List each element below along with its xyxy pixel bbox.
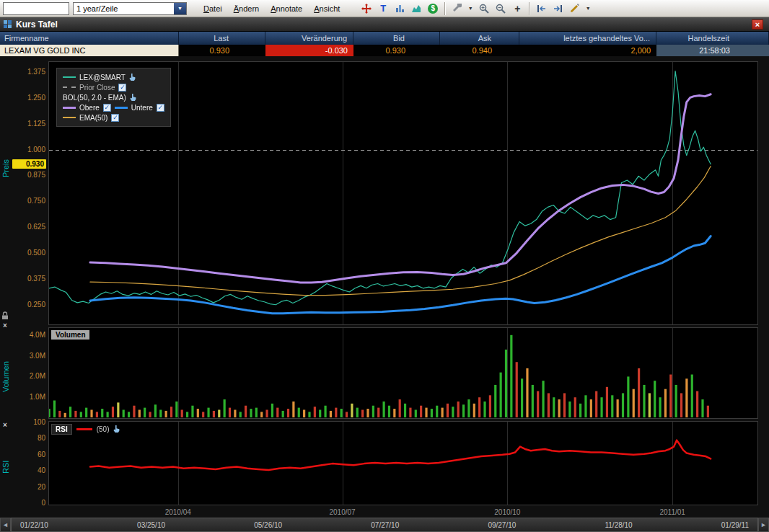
volume-chart-canvas[interactable] [49,328,757,418]
y-axis-label: 0.250 [27,301,45,309]
y-axis-label: 20 [38,483,45,491]
timeline-date: 05/26/10 [254,521,282,529]
x-axis-label: 2010/07 [322,508,363,516]
dollar-icon[interactable]: $ [426,1,440,16]
menu-annotate[interactable]: Annotate [265,2,308,15]
menu-datei[interactable]: Datei [198,2,228,15]
timeline-scrollbar[interactable]: ◄ 01/22/1003/25/1005/26/1007/27/1009/27/… [0,518,769,532]
close-button[interactable]: × [752,19,763,30]
volume-legend-tag: Volumen [51,330,89,340]
column-header-veraenderung[interactable]: Veränderung [265,32,353,45]
pan-right-icon[interactable] [550,1,565,16]
menu-ansicht[interactable]: Ansicht [308,2,346,15]
legend-label-lex: LEX@SMART [79,74,126,81]
rsi-series-label: (50) [97,425,110,433]
pencil-icon[interactable] [567,1,581,16]
y-axis-label: 0.750 [27,197,45,205]
kurs-tafel-header: Kurs Tafel × [0,17,769,32]
crosshair-icon[interactable] [359,1,374,16]
y-axis-label: 40 [38,466,45,474]
obere-checkbox[interactable]: ✓ [103,104,111,112]
menu-aendern[interactable]: Ändern [228,2,265,15]
timeline-date: 07/27/10 [371,521,399,529]
legend-label-prior-close: Prior Close [79,84,115,92]
tools-dropdown-icon[interactable]: ▼ [466,1,475,16]
period-select-value: 1 year/Zeile [74,3,174,14]
scroll-left-button[interactable]: ◄ [0,518,11,532]
ema-checkbox[interactable]: ✓ [111,114,119,122]
timeline-date: 03/25/10 [137,521,165,529]
legend-label-ema: EMA(50) [79,114,107,122]
panel-title: Kurs Tafel [16,19,752,30]
y-axis-label: 4.0M [30,331,45,339]
prior-close-swatch [63,87,76,88]
chevron-down-icon[interactable]: ▼ [174,3,186,14]
pan-left-icon[interactable] [534,1,548,16]
cell-ask: 0.940 [440,45,519,56]
y-axis-label: 1.125 [27,120,45,128]
prior-close-checkbox[interactable]: ✓ [118,84,126,92]
timeline-date: 11/28/10 [605,521,632,529]
more-tools-dropdown-icon[interactable]: ▼ [584,1,592,16]
cell-firmenname[interactable]: LEXAM VG GOLD INC [0,45,179,56]
y-axis-label: 80 [38,434,45,442]
hand-icon[interactable] [129,74,136,81]
lex-swatch [63,76,76,78]
close-volume-panel-icon[interactable]: × [3,322,7,329]
text-tool-icon[interactable]: T [376,1,390,16]
cell-bid: 0.930 [353,45,440,56]
hand-icon[interactable] [130,94,136,102]
y-axis-label: 0.625 [27,223,45,231]
area-chart-icon[interactable] [409,1,423,16]
rsi-chart-canvas[interactable] [49,422,757,505]
x-axis-label: 2010/10 [487,508,527,516]
quote-table-header: Firmenname Last Veränderung Bid Ask letz… [0,32,769,45]
legend-label-bol: BOL(50, 2.0 - EMA) [63,94,126,102]
y-axis-label: 0.875 [27,171,45,179]
zoom-out-icon[interactable] [493,1,508,16]
scroll-right-button[interactable]: ► [758,518,769,532]
main-toolbar: 1 year/Zeile ▼ Datei Ändern Annotate Ans… [0,0,769,17]
column-header-volumen[interactable]: letztes gehandeltes Vo... [519,32,656,45]
x-axis-label: 2011/01 [652,508,693,516]
period-select[interactable]: 1 year/Zeile ▼ [73,2,187,15]
column-header-last[interactable]: Last [179,32,265,45]
y-axis-label: 60 [38,451,45,458]
trading-app-window: 1 year/Zeile ▼ Datei Ändern Annotate Ans… [0,0,769,532]
timeline-date: 09/27/10 [488,521,516,529]
table-icon [4,18,12,31]
rsi-axis-title: RSI [1,442,11,492]
cell-volumen: 2,000 [519,45,656,56]
bar-chart-icon[interactable] [392,1,407,16]
symbol-input[interactable] [3,2,69,15]
y-axis-label: 0.500 [27,249,45,257]
column-header-bid[interactable]: Bid [353,32,440,45]
zoom-in-icon[interactable] [477,1,491,16]
y-axis-gutter: 1.3751.2501.1251.0000.8750.7500.6250.500… [10,56,48,518]
timeline-date: 01/29/11 [721,521,749,529]
column-header-handelszeit[interactable]: Handelszeit [656,32,769,45]
drawing-tools-icon[interactable] [449,1,464,16]
timeline-date: 01/22/10 [20,521,48,529]
cell-veraenderung: -0.030 [265,45,353,56]
close-rsi-panel-icon[interactable]: × [3,421,7,429]
current-price-marker: 0.930 [12,159,46,169]
add-icon[interactable]: + [510,1,524,16]
cell-handelszeit: 21:58:03 [656,45,769,56]
column-header-firmenname[interactable]: Firmenname [0,32,179,45]
volume-panel [48,327,758,419]
table-row[interactable]: LEXAM VG GOLD INC 0.930 -0.030 0.930 0.9… [0,45,769,56]
y-axis-label: 100 [33,418,45,426]
rsi-swatch [76,428,92,430]
toolbar-icons: T $ ▼ + [359,1,592,16]
hand-icon[interactable] [113,425,120,433]
y-axis-label: 3.0M [30,352,45,360]
column-header-ask[interactable]: Ask [440,32,519,45]
legend-label-untere: Untere [131,104,153,112]
toolbar-separator [529,2,529,15]
y-axis-label: 1.375 [27,68,45,76]
timeline-track[interactable]: 01/22/1003/25/1005/26/1007/27/1009/27/10… [11,518,758,532]
rsi-panel [48,421,758,505]
rsi-legend: RSI (50) [51,424,120,435]
untere-checkbox[interactable]: ✓ [157,104,164,112]
